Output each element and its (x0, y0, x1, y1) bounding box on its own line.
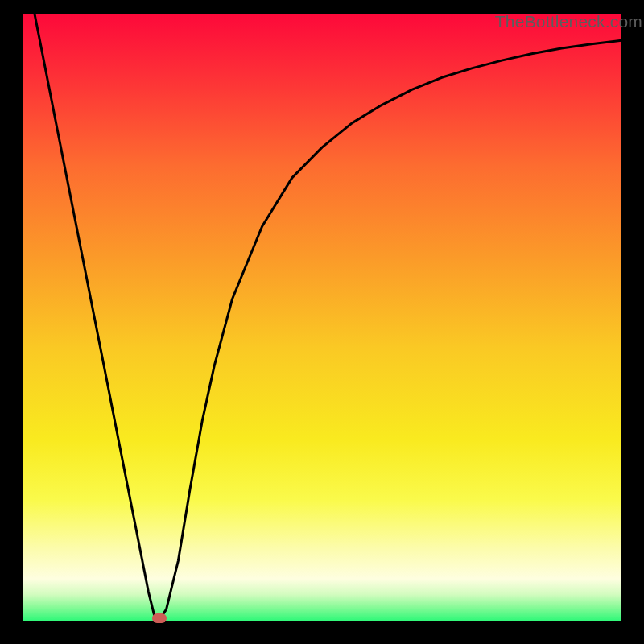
chart-frame: TheBottleneck.com (23, 14, 621, 621)
watermark-text: TheBottleneck.com (495, 12, 642, 31)
optimal-marker (152, 613, 167, 623)
plot-svg (23, 14, 621, 621)
gradient-background (23, 14, 621, 621)
